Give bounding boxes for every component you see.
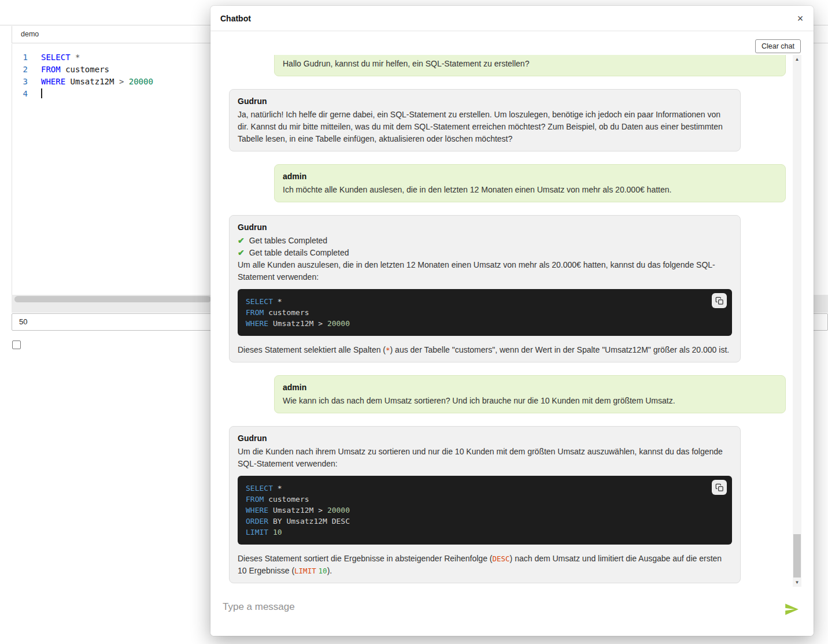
- code-token: *: [273, 297, 282, 306]
- tool-status: ✔Get tables Completed: [238, 235, 732, 247]
- code-token: >: [119, 77, 129, 86]
- code-token: FROM: [246, 495, 264, 504]
- code-token: SELECT: [246, 297, 273, 306]
- code-token: SELECT: [246, 484, 273, 493]
- code-token: FROM: [246, 308, 264, 317]
- text-segment: Um alle Kunden auszulesen, die in den le…: [238, 260, 715, 282]
- chat-scrollbar[interactable]: ▲ ▼: [793, 55, 801, 587]
- message-text: Hallo Gudrun, kannst du mir helfen, ein …: [283, 58, 777, 70]
- message-text: Um alle Kunden auszulesen, die in den le…: [238, 259, 732, 283]
- inline-code: 10: [319, 567, 327, 575]
- chat-input-row: [210, 587, 814, 636]
- chat-message-user: adminWie kann ich das nach dem Umsatz so…: [274, 375, 786, 413]
- text-segment: Wie kann ich das nach dem Umsatz sortier…: [283, 396, 675, 405]
- dialog-header: Chatbot ×: [210, 6, 814, 31]
- code-token: FROM: [41, 65, 61, 74]
- tab-label: demo: [21, 30, 39, 38]
- text-segment: ).: [327, 566, 332, 575]
- code-token: BY Umsatz12M DESC: [268, 517, 350, 525]
- code-token: WHERE: [41, 77, 65, 86]
- sql-code-block: SELECT *FROM customersWHERE Umsatz12M > …: [238, 476, 732, 545]
- scroll-up-icon[interactable]: ▲: [793, 55, 801, 64]
- chat-message-user: Hallo Gudrun, kannst du mir helfen, ein …: [274, 55, 786, 76]
- message-text: Ja, natürlich! Ich helfe dir gerne dabei…: [238, 109, 732, 145]
- message-text: Ich möchte alle Kunden auslesen, die in …: [283, 184, 777, 196]
- inline-code: DESC: [492, 554, 509, 563]
- code-token: SELECT: [41, 53, 71, 62]
- chat-scrollbar-thumb[interactable]: [793, 534, 801, 578]
- close-icon[interactable]: ×: [793, 11, 808, 26]
- check-icon: ✔: [238, 247, 245, 259]
- message-text: Dieses Statement selektiert alle Spalten…: [238, 344, 732, 356]
- scroll-down-icon[interactable]: ▼: [793, 578, 801, 587]
- code-token: 10: [273, 528, 282, 536]
- dialog-title: Chatbot: [220, 6, 251, 31]
- code-token: Umsatz12M: [65, 77, 119, 86]
- message-author: Gudrun: [238, 95, 732, 108]
- message-author: Gudrun: [238, 432, 732, 445]
- code-token: 20000: [327, 319, 350, 328]
- text-cursor: [41, 88, 42, 98]
- code-token: ORDER: [246, 517, 268, 525]
- code-token: Umsatz12M >: [268, 319, 327, 328]
- text-segment: ) aus der Tabelle "customers", wenn der …: [390, 345, 730, 354]
- text-segment: Hallo Gudrun, kannst du mir helfen, ein …: [283, 59, 529, 68]
- message-author: admin: [283, 382, 777, 394]
- chat-message-bot: Gudrun✔Get tables Completed✔Get table de…: [229, 215, 741, 362]
- text-segment: Dieses Statement selektiert alle Spalten…: [238, 345, 386, 354]
- hscrollbar-thumb[interactable]: [14, 296, 211, 302]
- tool-status-text: Get tables Completed: [249, 235, 327, 247]
- tool-status: ✔Get table details Completed: [238, 247, 732, 259]
- line-number: 3: [12, 76, 41, 88]
- message-author: admin: [283, 171, 777, 183]
- code-token: customers: [264, 495, 309, 504]
- message-text: Wie kann ich das nach dem Umsatz sortier…: [283, 395, 777, 407]
- tool-status-text: Get table details Completed: [249, 247, 349, 259]
- sql-code-block: SELECT *FROM customersWHERE Umsatz12M > …: [238, 289, 732, 336]
- code-token: *: [273, 484, 282, 493]
- send-icon[interactable]: [784, 602, 799, 617]
- line-number: 2: [12, 64, 41, 76]
- code-token: WHERE: [246, 506, 268, 515]
- check-icon: ✔: [238, 235, 245, 247]
- code-token: 20000: [327, 506, 350, 515]
- chat-message-list: Hallo Gudrun, kannst du mir helfen, ein …: [210, 55, 793, 587]
- text-segment: Ja, natürlich! Ich helfe dir gerne dabei…: [238, 110, 723, 143]
- code-token: customers: [61, 65, 109, 74]
- chat-message-bot: GudrunJa, natürlich! Ich helfe dir gerne…: [229, 89, 741, 151]
- code-token: customers: [264, 308, 309, 317]
- message-text: Um die Kunden nach ihrem Umsatz zu sorti…: [238, 446, 732, 470]
- message-author: Gudrun: [238, 221, 732, 234]
- text-segment: Ich möchte alle Kunden auslesen, die in …: [283, 185, 671, 194]
- inline-code: LIMIT: [294, 567, 316, 575]
- chatbot-dialog: Chatbot × Clear chat Hallo Gudrun, kanns…: [210, 6, 814, 636]
- text-segment: Um die Kunden nach ihrem Umsatz zu sorti…: [238, 447, 723, 468]
- code-token: LIMIT: [246, 528, 268, 536]
- text-segment: Dieses Statement sortiert die Ergebnisse…: [238, 554, 492, 563]
- code-token: *: [71, 53, 80, 62]
- chat-message-input[interactable]: [221, 599, 742, 615]
- chat-message-bot: GudrunUm die Kunden nach ihrem Umsatz zu…: [229, 426, 741, 583]
- code-text: SELECT *FROM customersWHERE Umsatz12M > …: [246, 483, 724, 538]
- copy-code-button[interactable]: [712, 480, 727, 495]
- chat-message-user: adminIch möchte alle Kunden auslesen, di…: [274, 164, 786, 202]
- code-token: Umsatz12M >: [268, 506, 327, 515]
- inline-code: *: [386, 346, 390, 354]
- line-number: 1: [12, 51, 41, 64]
- background-checkbox[interactable]: [12, 340, 21, 349]
- code-token: 20000: [129, 77, 153, 86]
- line-number: 4: [12, 88, 41, 100]
- clear-chat-button[interactable]: Clear chat: [755, 39, 801, 53]
- code-token: WHERE: [246, 319, 268, 328]
- code-token: [268, 528, 273, 536]
- message-text: Dieses Statement sortiert die Ergebnisse…: [238, 553, 732, 577]
- code-text: SELECT *FROM customersWHERE Umsatz12M > …: [246, 296, 724, 329]
- copy-code-button[interactable]: [712, 293, 727, 308]
